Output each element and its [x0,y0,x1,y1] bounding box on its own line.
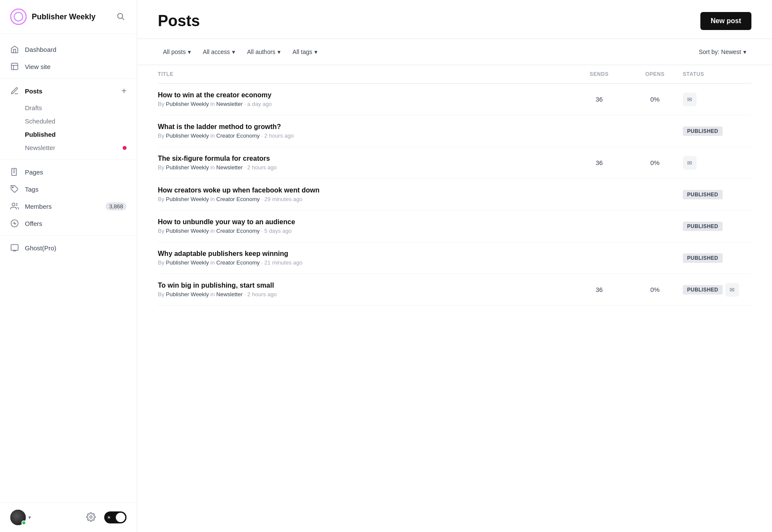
sidebar-offers-label: Offers [25,220,42,227]
svg-point-1 [14,12,23,21]
post-info: What is the ladder method to growth? By … [158,123,571,139]
email-badge: ✉ [683,93,697,106]
brand-logo [10,9,27,25]
post-status: PUBLISHED [683,253,751,263]
post-info: How creators woke up when facebook went … [158,186,571,202]
filter-all-access[interactable]: All access ▾ [198,46,240,58]
svg-point-2 [118,13,123,18]
table-header: TITLE SENDS OPENS STATUS [158,65,751,84]
new-post-plus-button[interactable]: + [121,87,127,95]
post-title: The six-figure formula for creators [158,155,571,162]
post-title: Why adaptable publishers keep winning [158,250,571,258]
filter-all-tags[interactable]: All tags ▾ [287,46,323,58]
svg-point-12 [12,203,15,206]
new-post-button[interactable]: New post [700,12,751,30]
post-title: How creators woke up when facebook went … [158,186,571,194]
post-author: Publisher Weekly [166,164,209,171]
table-row[interactable]: What is the ladder method to growth? By … [158,115,751,147]
post-author: Publisher Weekly [166,196,209,202]
sidebar-ghost-pro-label: Ghost(Pro) [25,244,56,252]
post-section: Creator Economy [216,132,259,139]
post-status: PUBLISHED [683,190,751,199]
post-sends: 36 [571,159,627,166]
table-row[interactable]: To win big in publishing, start small By… [158,274,751,306]
post-status: ✉ [683,93,751,106]
post-info: To win big in publishing, start small By… [158,282,571,298]
theme-toggle-button[interactable]: ☀ [104,511,127,523]
sidebar-item-newsletter[interactable]: Newsletter [25,141,137,154]
post-meta: By Publisher Weekly in Creator Economy ·… [158,228,571,234]
post-section: Creator Economy [216,228,259,234]
sidebar-item-members[interactable]: Members 3,868 [0,198,137,215]
svg-line-3 [122,18,124,20]
filter-all-posts[interactable]: All posts ▾ [158,46,196,58]
post-section: Newsletter [216,164,242,171]
sidebar-item-published[interactable]: Published [25,128,137,141]
sidebar-item-ghost-pro[interactable]: Ghost(Pro) [0,239,137,256]
main-content: Posts New post All posts ▾ All access ▾ … [137,0,772,532]
toggle-circle [116,513,125,522]
post-meta: By Publisher Weekly in Creator Economy ·… [158,132,571,139]
sidebar-nav: Dashboard View site Posts + Drafts Sched… [0,34,137,502]
sun-icon: ☀ [107,515,111,520]
sidebar-item-view-site-label: View site [25,63,51,70]
svg-point-19 [90,516,92,518]
post-meta: By Publisher Weekly in Newsletter · 2 ho… [158,164,571,171]
sidebar-posts-submenu: Drafts Scheduled Published Newsletter [0,99,137,156]
post-author: Publisher Weekly [166,101,209,107]
post-meta: By Publisher Weekly in Creator Economy ·… [158,196,571,202]
layout-icon [10,62,19,71]
post-author: Publisher Weekly [166,259,209,266]
post-opens: 0% [627,159,683,166]
chevron-down-icon: ▾ [743,48,746,55]
user-menu-button[interactable]: ▾ [10,510,31,525]
search-button[interactable] [115,10,127,24]
table-row[interactable]: The six-figure formula for creators By P… [158,147,751,179]
post-title: What is the ladder method to growth? [158,123,571,131]
sidebar-item-view-site[interactable]: View site [0,58,137,75]
filter-bar: All posts ▾ All access ▾ All authors ▾ A… [137,39,772,65]
filter-all-authors[interactable]: All authors ▾ [242,46,286,58]
post-info: Why adaptable publishers keep winning By… [158,250,571,266]
post-status: PUBLISHED [683,222,751,231]
table-row[interactable]: How to win at the creator economy By Pub… [158,84,751,115]
table-row[interactable]: Why adaptable publishers keep winning By… [158,242,751,274]
post-opens: 0% [627,286,683,293]
sidebar-item-tags[interactable]: Tags [0,180,137,198]
settings-button[interactable] [86,512,96,523]
post-status: PUBLISHED [683,126,751,136]
sidebar-item-pages[interactable]: Pages [0,163,137,180]
post-author: Publisher Weekly [166,228,209,234]
published-badge: PUBLISHED [683,126,723,136]
members-icon [10,202,19,210]
members-badge: 3,868 [106,202,127,210]
main-header: Posts New post [137,0,772,39]
svg-point-11 [12,187,14,188]
filter-sort[interactable]: Sort by: Newest ▾ [694,46,751,58]
post-status: ✉ [683,156,751,170]
published-badge: PUBLISHED [683,222,723,231]
ghost-pro-icon [10,243,19,252]
post-meta: By Publisher Weekly in Creator Economy ·… [158,259,571,266]
col-opens: OPENS [627,71,683,77]
post-section: Creator Economy [216,196,259,202]
table-row[interactable]: How creators woke up when facebook went … [158,179,751,210]
sidebar-header: Publisher Weekly [0,0,137,34]
brand: Publisher Weekly [10,9,96,25]
post-meta: By Publisher Weekly in Newsletter · 2 ho… [158,291,571,298]
sidebar-tags-label: Tags [25,186,39,193]
page-title: Posts [158,12,200,30]
svg-point-0 [11,9,26,24]
svg-rect-7 [12,168,16,176]
sidebar-item-drafts[interactable]: Drafts [25,101,137,114]
sidebar-item-dashboard[interactable]: Dashboard [0,41,137,58]
home-icon [10,45,19,54]
post-author: Publisher Weekly [166,291,209,298]
table-row[interactable]: How to unbundle your way to an audience … [158,210,751,242]
sidebar-item-offers[interactable]: Offers [0,215,137,232]
chevron-down-icon: ▾ [314,48,317,55]
sidebar-item-scheduled[interactable]: Scheduled [25,114,137,128]
sidebar-item-posts[interactable]: Posts + [0,82,137,99]
gear-icon [86,512,96,522]
col-status: STATUS [683,71,751,77]
